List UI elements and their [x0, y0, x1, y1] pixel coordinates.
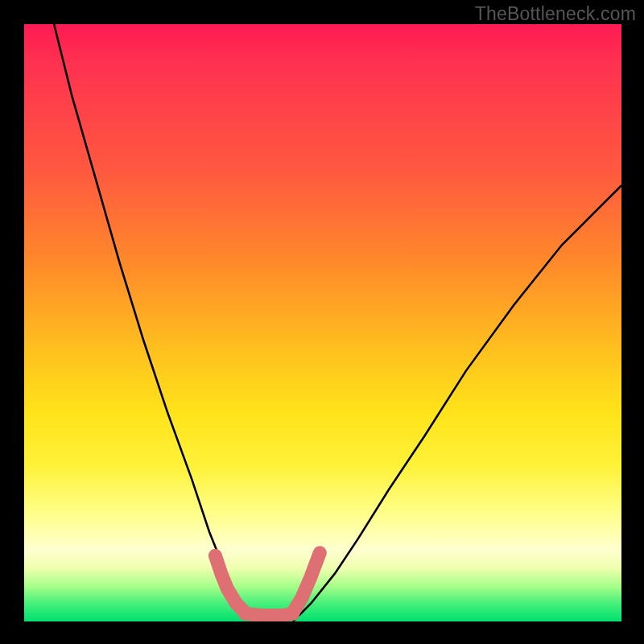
- plot-area: [24, 24, 621, 621]
- marker-bottom: [246, 613, 293, 615]
- marker-right: [293, 553, 320, 613]
- bottleneck-curve-right: [293, 185, 621, 621]
- bottleneck-curve-left: [54, 24, 263, 621]
- chart-frame: TheBottleneck.com: [0, 0, 644, 644]
- watermark-text: TheBottleneck.com: [475, 3, 636, 25]
- marker-left: [215, 555, 245, 612]
- curve-overlay: [24, 24, 621, 621]
